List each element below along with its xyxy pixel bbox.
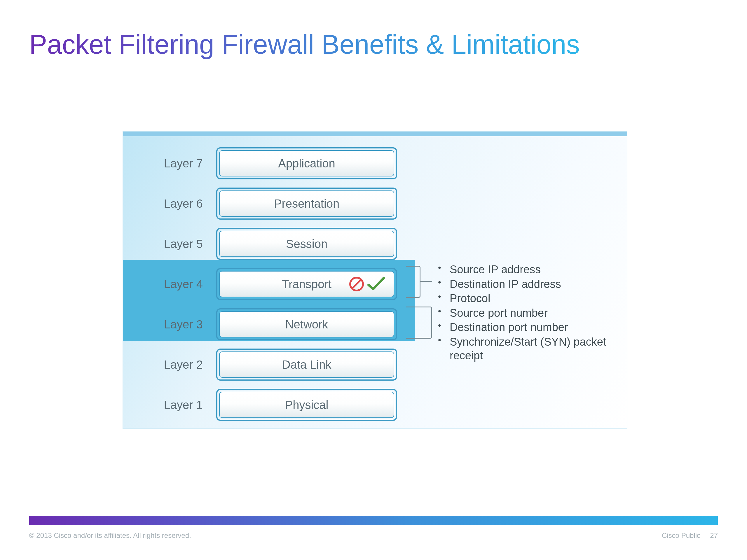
footer-page-number: 27: [710, 531, 718, 540]
layer-boxes-column: Application Presentation Session Transpo…: [216, 143, 403, 425]
layer-label-5: Layer 5: [140, 224, 213, 264]
slide-title: Packet Filtering Firewall Benefits & Lim…: [29, 29, 580, 60]
layer-label-2: Layer 2: [140, 344, 213, 385]
footer-accent-bar: [29, 516, 718, 525]
callout-bracket-transport: [406, 266, 420, 298]
osi-box-datalink: Data Link: [216, 349, 397, 381]
list-item: Destination port number: [438, 321, 619, 335]
osi-box-transport-text: Transport: [282, 278, 332, 291]
osi-box-label: Network: [219, 311, 394, 338]
osi-row-6: Presentation: [216, 183, 403, 224]
osi-box-presentation: Presentation: [216, 188, 397, 220]
layer-label-7: Layer 7: [140, 143, 213, 183]
block-icon: [349, 276, 364, 292]
layer-label-3: Layer 3: [140, 304, 213, 344]
osi-box-label: Physical: [219, 392, 394, 418]
osi-row-3: Network: [216, 304, 403, 344]
layer-label-6: Layer 6: [140, 183, 213, 224]
osi-box-label: Application: [219, 150, 394, 177]
footer-copyright: © 2013 Cisco and/or its affiliates. All …: [29, 531, 191, 540]
transport-icons: [349, 276, 385, 292]
layer-label-1: Layer 1: [140, 385, 213, 425]
osi-row-1: Physical: [216, 385, 403, 425]
callout-bracket-network: [406, 306, 432, 339]
footer-classification: Cisco Public: [662, 531, 700, 540]
osi-box-label: Transport: [219, 271, 394, 297]
svg-line-1: [352, 280, 361, 289]
layer-label-4: Layer 4: [140, 264, 213, 304]
layer-labels-column: Layer 7 Layer 6 Layer 5 Layer 4 Layer 3 …: [140, 143, 213, 425]
osi-box-transport: Transport: [216, 268, 397, 300]
list-item: Protocol: [438, 292, 619, 306]
list-item: Source IP address: [438, 263, 619, 277]
check-icon: [367, 276, 385, 292]
osi-box-session: Session: [216, 228, 397, 260]
list-item: Destination IP address: [438, 277, 619, 291]
osi-box-network: Network: [216, 308, 397, 340]
osi-row-5: Session: [216, 224, 403, 264]
osi-row-2: Data Link: [216, 344, 403, 385]
callout-stem-transport: [420, 281, 432, 282]
filter-criteria-list: Source IP address Destination IP address…: [438, 263, 619, 364]
osi-box-physical: Physical: [216, 389, 397, 421]
list-item: Source port number: [438, 306, 619, 320]
panel-top-accent: [123, 132, 627, 136]
osi-box-label: Presentation: [219, 190, 394, 217]
osi-row-4: Transport: [216, 264, 403, 304]
osi-diagram-panel: Layer 7 Layer 6 Layer 5 Layer 4 Layer 3 …: [123, 131, 627, 429]
osi-row-7: Application: [216, 143, 403, 183]
osi-box-application: Application: [216, 147, 397, 179]
osi-box-label: Session: [219, 231, 394, 257]
list-item: Synchronize/Start (SYN) packet receipt: [438, 335, 619, 363]
osi-box-label: Data Link: [219, 351, 394, 378]
